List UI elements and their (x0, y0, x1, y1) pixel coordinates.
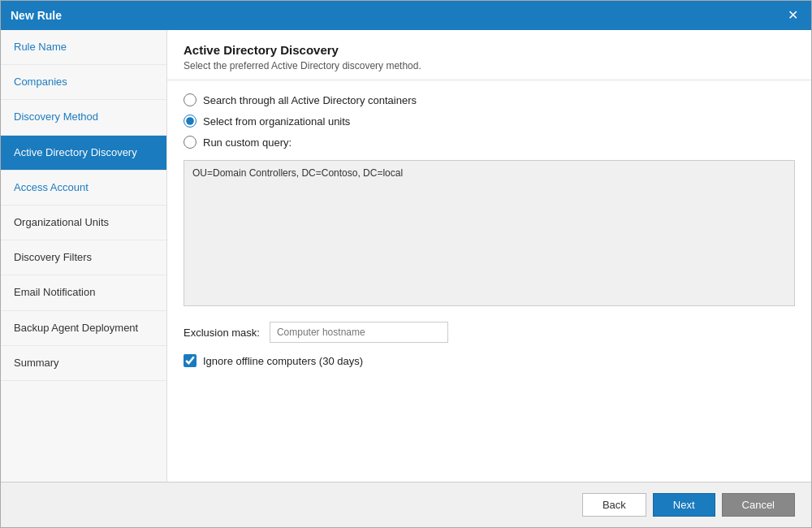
back-button[interactable]: Back (582, 493, 646, 517)
radio-label-3: Run custom query: (203, 136, 292, 149)
sidebar-item-summary[interactable]: Summary (1, 346, 166, 381)
ignore-offline-row: Ignore offline computers (30 days) (184, 354, 795, 367)
radio-option-1[interactable]: Search through all Active Directory cont… (184, 93, 795, 106)
radio-org-units[interactable] (184, 115, 197, 128)
sidebar-item-companies[interactable]: Companies (1, 65, 166, 100)
sidebar-item-email-notification[interactable]: Email Notification (1, 275, 166, 310)
ignore-offline-checkbox[interactable] (184, 354, 197, 367)
exclusion-mask-input[interactable] (270, 322, 448, 343)
content-header: Active Directory Discovery Select the pr… (167, 30, 811, 80)
radio-option-2[interactable]: Select from organizational units (184, 115, 795, 128)
radio-label-2: Select from organizational units (203, 115, 350, 128)
sidebar-item-access-account[interactable]: Access Account (1, 171, 166, 206)
new-rule-dialog: New Rule ✕ Rule NameCompaniesDiscovery M… (0, 0, 812, 528)
ignore-offline-label: Ignore offline computers (30 days) (203, 355, 363, 367)
ou-textarea[interactable]: OU=Domain Controllers, DC=Contoso, DC=lo… (184, 160, 795, 306)
sidebar-item-rule-name[interactable]: Rule Name (1, 30, 166, 65)
sidebar: Rule NameCompaniesDiscovery MethodActive… (1, 30, 167, 482)
next-button[interactable]: Next (653, 493, 715, 517)
sidebar-item-active-directory-discovery[interactable]: Active Directory Discovery (1, 136, 166, 171)
dialog-titlebar: New Rule ✕ (1, 1, 811, 30)
content-header-title: Active Directory Discovery (184, 43, 795, 57)
main-content: Active Directory Discovery Select the pr… (167, 30, 811, 482)
exclusion-mask-label: Exclusion mask: (184, 327, 260, 339)
content-header-description: Select the preferred Active Directory di… (184, 60, 795, 71)
sidebar-item-discovery-method[interactable]: Discovery Method (1, 100, 166, 135)
sidebar-item-discovery-filters[interactable]: Discovery Filters (1, 240, 166, 275)
content-body: Search through all Active Directory cont… (167, 80, 811, 482)
cancel-button[interactable]: Cancel (722, 493, 795, 517)
radio-option-3[interactable]: Run custom query: (184, 136, 795, 149)
dialog-title: New Rule (11, 9, 62, 22)
exclusion-row: Exclusion mask: (184, 322, 795, 343)
radio-group: Search through all Active Directory cont… (184, 93, 795, 149)
radio-all-containers[interactable] (184, 93, 197, 106)
sidebar-item-organizational-units[interactable]: Organizational Units (1, 206, 166, 240)
dialog-body: Rule NameCompaniesDiscovery MethodActive… (1, 30, 811, 482)
dialog-footer: Back Next Cancel (1, 482, 811, 527)
radio-label-1: Search through all Active Directory cont… (203, 94, 417, 106)
radio-custom-query[interactable] (184, 136, 197, 149)
sidebar-item-backup-agent-deployment[interactable]: Backup Agent Deployment (1, 311, 166, 346)
close-button[interactable]: ✕ (784, 7, 801, 24)
